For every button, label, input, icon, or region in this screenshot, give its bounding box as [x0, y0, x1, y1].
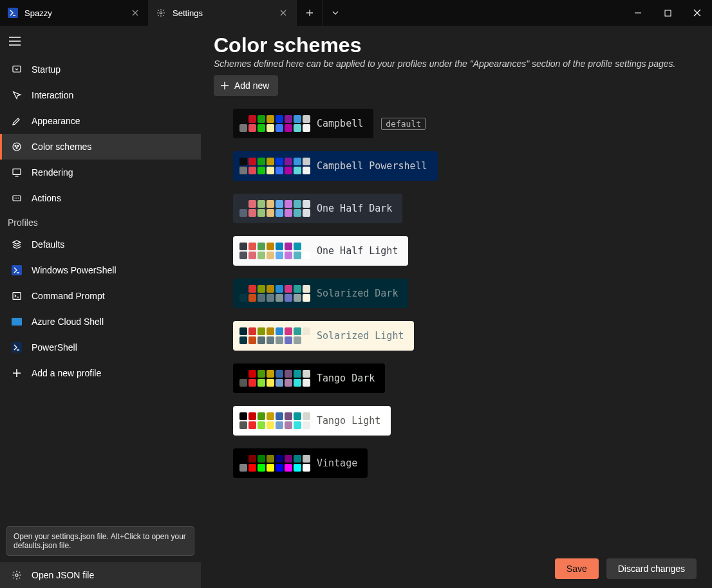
plus-icon [11, 367, 23, 379]
close-button[interactable] [682, 0, 712, 26]
color-swatch [276, 327, 283, 335]
add-new-label: Add new [234, 80, 269, 91]
scheme-card-one-half-light[interactable]: One Half Light [233, 236, 408, 266]
sidebar-item-startup[interactable]: Startup [0, 57, 201, 82]
color-swatch [267, 252, 274, 259]
sidebar-item-appearance[interactable]: Appearance [0, 108, 201, 134]
powershell-icon [11, 342, 23, 353]
color-swatch [258, 464, 265, 472]
discard-button[interactable]: Discard changes [606, 558, 697, 579]
scheme-label: Tango Dark [317, 372, 375, 384]
startup-icon [11, 64, 23, 75]
color-swatch [303, 252, 310, 259]
scheme-card-solarized-dark[interactable]: Solarized Dark [233, 279, 408, 308]
sidebar-item-azure-cloud-shell[interactable]: Azure Cloud Shell [0, 309, 201, 335]
color-swatch [239, 200, 247, 208]
color-swatch [294, 158, 301, 165]
minimize-button[interactable] [623, 0, 653, 26]
color-swatch [248, 243, 256, 250]
color-swatch [276, 158, 283, 165]
sidebar-item-label: Azure Cloud Shell [32, 317, 104, 327]
sidebar-item-command-prompt[interactable]: Command Prompt [0, 283, 201, 309]
scheme-card-one-half-dark[interactable]: One Half Dark [233, 194, 402, 223]
sidebar-item-defaults[interactable]: Defaults [0, 232, 201, 257]
color-swatch [276, 464, 283, 472]
sidebar-item-color-schemes[interactable]: Color schemes [0, 134, 201, 160]
scheme-card-vintage[interactable]: Vintage [233, 448, 368, 478]
sidebar-item-actions[interactable]: Actions [0, 185, 201, 211]
hamburger-button[interactable] [0, 26, 201, 57]
color-swatch [248, 421, 256, 429]
color-swatch [285, 167, 292, 174]
color-swatch [239, 243, 247, 250]
color-swatch [294, 252, 301, 259]
color-swatch [294, 455, 301, 463]
tab-settings[interactable]: Settings [148, 0, 296, 26]
appearance-icon [11, 115, 23, 127]
color-swatch [258, 200, 265, 208]
tab-dropdown-button[interactable] [322, 0, 348, 26]
color-swatch [294, 412, 301, 420]
sidebar-item-powershell[interactable]: PowerShell [0, 335, 201, 360]
sidebar-item-label: Color schemes [32, 142, 91, 152]
close-icon[interactable] [130, 8, 140, 18]
sidebar-item-open-json[interactable]: Open JSON file [0, 562, 201, 588]
color-swatch [285, 252, 292, 259]
color-swatch [258, 379, 265, 387]
tooltip-open-json: Open your settings.json file. Alt+Click … [6, 526, 194, 556]
color-swatch [294, 285, 301, 293]
color-swatch [239, 115, 247, 123]
new-tab-button[interactable] [296, 0, 322, 26]
color-swatch [285, 209, 292, 217]
color-swatch [248, 115, 256, 123]
scheme-row: Tango Dark [233, 363, 699, 393]
sidebar-item-label: Rendering [32, 167, 73, 178]
color-swatch [258, 243, 265, 250]
sidebar-item-interaction[interactable]: Interaction [0, 82, 201, 108]
color-swatch [276, 370, 283, 378]
color-swatch [239, 379, 247, 387]
sidebar-item-add-profile[interactable]: Add a new profile [0, 360, 201, 386]
powershell-icon [8, 8, 18, 18]
powershell-icon [11, 264, 23, 276]
color-swatch [285, 379, 292, 387]
sidebar-item-label: Startup [32, 64, 61, 75]
color-swatch [276, 412, 283, 420]
scheme-card-tango-light[interactable]: Tango Light [233, 406, 391, 436]
color-swatch [276, 285, 283, 293]
svg-point-6 [16, 147, 17, 149]
color-swatch [248, 370, 256, 378]
sidebar-item-label: Appearance [32, 116, 80, 126]
color-swatch [285, 370, 292, 378]
color-swatch [248, 285, 256, 293]
maximize-button[interactable] [653, 0, 682, 26]
scheme-card-tango-dark[interactable]: Tango Dark [233, 363, 385, 393]
save-button[interactable]: Save [555, 558, 599, 579]
color-swatch [303, 285, 310, 293]
scheme-card-campbell[interactable]: Campbell [233, 109, 373, 138]
main-content: Color schemes Schemes defined here can b… [201, 26, 712, 588]
sidebar-item-rendering[interactable]: Rendering [0, 160, 201, 185]
add-new-button[interactable]: Add new [214, 75, 278, 96]
default-badge: default [381, 118, 426, 130]
azure-icon [11, 316, 23, 327]
color-swatch [248, 252, 256, 259]
tab-spazzy[interactable]: Spazzy [0, 0, 148, 26]
sidebar-item-label: Add a new profile [32, 368, 101, 378]
scheme-row: Tango Light [233, 406, 699, 436]
sidebar-section-profiles: Profiles [0, 211, 201, 232]
color-swatch [303, 421, 310, 429]
scheme-card-campbell-powershell[interactable]: Campbell Powershell [233, 151, 438, 181]
color-swatch [267, 167, 274, 174]
sidebar-item-windows-powershell[interactable]: Windows PowerShell [0, 257, 201, 283]
color-swatch [285, 243, 292, 250]
color-swatch [258, 421, 265, 429]
color-swatch [239, 455, 247, 463]
color-swatch [258, 209, 265, 217]
close-icon[interactable] [278, 8, 288, 18]
color-swatch [258, 327, 265, 335]
color-swatch [248, 200, 256, 208]
scheme-card-solarized-light[interactable]: Solarized Light [233, 321, 414, 351]
color-swatch [294, 379, 301, 387]
color-swatch [239, 421, 247, 429]
